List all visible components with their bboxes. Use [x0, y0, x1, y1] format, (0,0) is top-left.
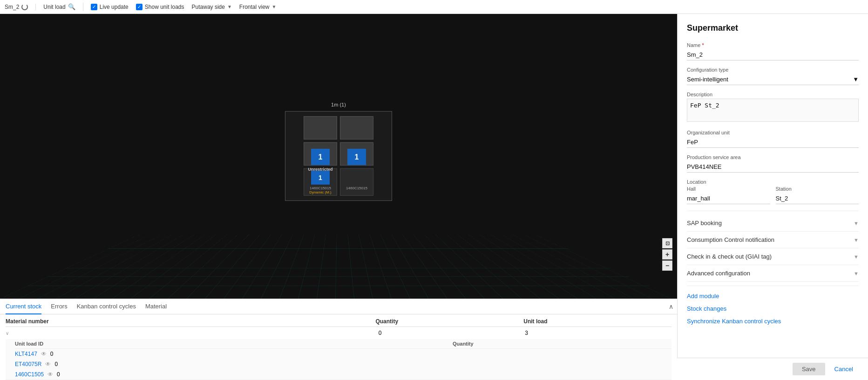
- show-unit-loads-toggle[interactable]: Show unit loads: [136, 4, 184, 10]
- col-header-unit-load: Unit load: [523, 318, 671, 325]
- config-type-field: Configuration type Semi-intelligent ▼: [687, 67, 859, 85]
- consumption-section[interactable]: Consumption Control notification ▼: [687, 232, 859, 248]
- unit-load-item: Unit load 🔍: [43, 3, 75, 10]
- unit-load-id-1[interactable]: KLT4147: [15, 351, 37, 357]
- frontal-view-dropdown[interactable]: Frontal view ▼: [239, 4, 277, 10]
- left-panel: 1m (1): [0, 14, 677, 380]
- add-module-link[interactable]: Add module: [687, 290, 859, 302]
- name-input[interactable]: [687, 49, 859, 60]
- description-input[interactable]: FeP St_2: [687, 99, 859, 122]
- putaway-side-dropdown[interactable]: Putaway side ▼: [192, 4, 232, 10]
- shelf-slot-mid-right: 1: [340, 142, 373, 166]
- config-type-select[interactable]: Semi-intelligent ▼: [687, 74, 859, 85]
- unit-load-id-2[interactable]: ET40075R: [15, 361, 41, 367]
- sync-kanban-link[interactable]: Synchronize Kanban control cycles: [687, 315, 859, 327]
- putaway-side-chevron: ▼: [227, 4, 232, 9]
- sub-row-2-qty: 0: [54, 361, 58, 367]
- prod-service-input[interactable]: [687, 161, 859, 173]
- location-label: Location: [687, 179, 859, 185]
- panel-title: Supermarket: [687, 23, 859, 33]
- row-1-unit-load: 3: [525, 330, 671, 336]
- live-update-checkbox[interactable]: [91, 4, 97, 10]
- location-section: Location Hall Station: [687, 179, 859, 204]
- sap-booking-chevron: ▼: [854, 220, 859, 226]
- checkin-section[interactable]: Check in & check out (GIAI tag) ▼: [687, 248, 859, 265]
- row-1-quantity: 0: [379, 330, 525, 336]
- separator-1: [83, 3, 83, 11]
- sub-row-2: ET40075R 👁 0: [15, 359, 671, 369]
- unit-load-id-3[interactable]: 1460C1505: [15, 371, 44, 378]
- save-button[interactable]: Save: [793, 363, 825, 375]
- table-header: Material number Quantity Unit load: [6, 314, 671, 327]
- unit-load-1[interactable]: 1: [311, 149, 330, 165]
- checkin-chevron: ▼: [854, 254, 859, 260]
- putaway-side-label: Putaway side: [192, 4, 225, 10]
- eye-icon-2[interactable]: 👁: [45, 361, 51, 367]
- tab-errors[interactable]: Errors: [51, 299, 67, 314]
- hall-input[interactable]: [687, 193, 770, 204]
- advanced-section[interactable]: Advanced configuration ▼: [687, 265, 859, 282]
- prod-service-label: Production service area: [687, 154, 859, 160]
- unit-load-2[interactable]: 1: [347, 149, 366, 165]
- sync-icon[interactable]: [21, 4, 28, 10]
- station-input[interactable]: [776, 193, 859, 204]
- org-unit-label: Organizational unit: [687, 130, 859, 135]
- zoom-controls: ⊡ + −: [662, 238, 672, 271]
- description-field: Description FeP St_2: [687, 92, 859, 123]
- eye-icon-3[interactable]: 👁: [47, 371, 53, 378]
- shelf-bottom-row: 1 1460C15015 Dynamic (M.) 1460C15015: [290, 168, 387, 196]
- search-icon[interactable]: 🔍: [68, 3, 75, 10]
- main-content: 1m (1): [0, 14, 868, 380]
- sub-col-qty-label: Quantity: [453, 341, 474, 347]
- shelf-slot-top-left: [304, 116, 337, 140]
- shelf-slot-mid-left: 1: [304, 142, 337, 166]
- sap-booking-label: SAP booking: [687, 220, 722, 227]
- zoom-fit-button[interactable]: ⊡: [662, 238, 672, 248]
- show-unit-loads-label: Show unit loads: [145, 4, 184, 10]
- description-label: Description: [687, 92, 859, 97]
- shelf-row-top: [290, 116, 387, 140]
- bottom-unit-left[interactable]: 1: [311, 171, 330, 185]
- frontal-view-label: Frontal view: [239, 4, 270, 10]
- hall-col: Hall: [687, 186, 770, 204]
- tab-kanban-control[interactable]: Kanban control cycles: [77, 299, 136, 314]
- config-type-label: Configuration type: [687, 67, 859, 73]
- expand-icon[interactable]: ∨: [6, 331, 12, 336]
- shelf-slot-top-right: [340, 116, 373, 140]
- stock-changes-link[interactable]: Stock changes: [687, 302, 859, 315]
- config-type-value: Semi-intelligent: [687, 76, 728, 83]
- org-unit-input[interactable]: [687, 137, 859, 148]
- name-label: Name *: [687, 42, 859, 48]
- checkin-label: Check in & check out (GIAI tag): [687, 253, 772, 260]
- tab-current-stock[interactable]: Current stock: [6, 299, 41, 314]
- bottom-slot-1-sublabel: Dynamic (M.): [309, 190, 332, 194]
- bottom-slot-right: 1460C15015: [340, 168, 373, 196]
- sub-table-1: Unit load ID Quantity KLT4147 👁 0: [6, 339, 671, 380]
- shelf-top-label: 1m (1): [285, 102, 392, 107]
- show-unit-loads-checkbox[interactable]: [136, 4, 142, 10]
- eye-icon-1[interactable]: 👁: [41, 351, 47, 357]
- canvas-area[interactable]: 1m (1): [0, 14, 677, 299]
- panel-footer: Save Cancel: [677, 358, 868, 380]
- live-update-label: Live update: [100, 4, 129, 10]
- unit-load-1-value: 1: [319, 153, 323, 161]
- table-area: Material number Quantity Unit load ∨ 0: [0, 314, 677, 380]
- cancel-button[interactable]: Cancel: [829, 363, 859, 375]
- table-row-group-1: ∨ 0 3 Unit load ID Quantity: [6, 327, 671, 380]
- sub-col-ulid-label: Unit load ID: [15, 341, 43, 347]
- location-row: Hall Station: [687, 186, 859, 204]
- tabs-row: Current stock Errors Kanban control cycl…: [0, 299, 677, 314]
- collapse-button[interactable]: ∧: [669, 303, 673, 310]
- tab-material[interactable]: Material: [145, 299, 167, 314]
- consumption-label: Consumption Control notification: [687, 236, 774, 243]
- sub-table-header: Unit load ID Quantity: [15, 339, 671, 349]
- grid-floor: [0, 234, 677, 299]
- zoom-in-button[interactable]: +: [662, 249, 672, 260]
- hall-label: Hall: [687, 186, 770, 192]
- zoom-out-button[interactable]: −: [662, 260, 672, 271]
- live-update-toggle[interactable]: Live update: [91, 4, 129, 10]
- sub-row-3: 1460C1505 👁 0: [15, 369, 671, 380]
- sap-booking-section[interactable]: SAP booking ▼: [687, 215, 859, 232]
- frontal-view-chevron: ▼: [272, 4, 277, 9]
- sm-label-item: Sm_2: [5, 4, 36, 10]
